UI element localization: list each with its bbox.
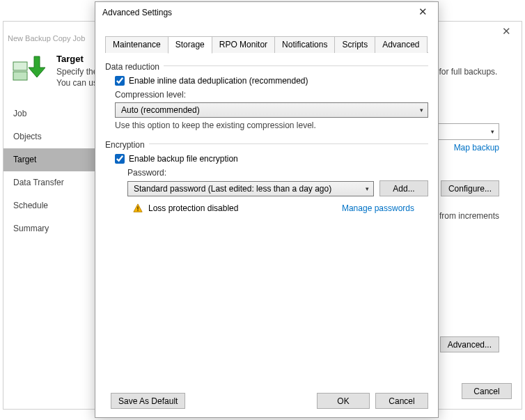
wizard-cancel-button[interactable]: Cancel <box>462 383 512 399</box>
chevron-down-icon: ▾ <box>361 182 373 196</box>
tab-notifications[interactable]: Notifications <box>274 36 335 53</box>
dedup-row[interactable]: Enable inline data deduplication (recomm… <box>115 76 428 86</box>
password-dropdown[interactable]: Standard password (Last edited: less tha… <box>127 181 374 196</box>
save-as-default-button[interactable]: Save As Default <box>111 393 185 409</box>
chevron-down-icon: ▾ <box>415 103 428 117</box>
configure-button[interactable]: Configure... <box>441 180 499 196</box>
wizard-step-title: Target <box>56 54 84 64</box>
svg-rect-2 <box>137 206 138 209</box>
dialog-titlebar: Advanced Settings <box>95 2 438 23</box>
wizard-step-summary[interactable]: Summary <box>3 217 105 240</box>
compression-value: Auto (recommended) <box>121 105 200 115</box>
svg-rect-3 <box>137 210 138 211</box>
dialog-title: Advanced Settings <box>102 8 172 17</box>
wizard-step-job[interactable]: Job <box>3 102 105 125</box>
wizard-step-target[interactable]: Target <box>3 148 105 171</box>
wizard-step-objects[interactable]: Objects <box>3 125 105 148</box>
tab-scripts[interactable]: Scripts <box>334 36 375 53</box>
wizard-step-schedule[interactable]: Schedule <box>3 194 105 217</box>
add-password-button[interactable]: Add... <box>379 180 428 196</box>
wizard-steps-nav: Job Objects Target Data Transfer Schedul… <box>3 102 105 375</box>
ok-button[interactable]: OK <box>317 393 370 409</box>
map-backup-link[interactable]: Map backup <box>454 143 499 153</box>
advanced-settings-dialog: Advanced Settings ✕ Maintenance Storage … <box>95 1 439 418</box>
tab-rpo-monitor[interactable]: RPO Monitor <box>212 36 275 53</box>
encryption-row[interactable]: Enable backup file encryption <box>115 154 428 164</box>
group-data-reduction: Data reduction <box>105 62 428 69</box>
dedup-label: Enable inline data deduplication (recomm… <box>129 76 308 86</box>
dialog-close-button[interactable]: ✕ <box>409 2 437 22</box>
tab-storage[interactable]: Storage <box>168 36 212 54</box>
encryption-checkbox[interactable] <box>115 154 125 164</box>
dialog-footer: Save As Default OK Cancel <box>105 393 428 409</box>
password-label: Password: <box>127 168 428 178</box>
compression-dropdown[interactable]: Auto (recommended) ▾ <box>115 102 428 118</box>
warning-icon <box>133 203 143 213</box>
dialog-body: Data reduction Enable inline data dedupl… <box>105 59 428 382</box>
compression-label: Compression level: <box>115 90 428 100</box>
encryption-label: Enable backup file encryption <box>129 154 238 164</box>
tab-maintenance[interactable]: Maintenance <box>105 36 169 53</box>
group-encryption: Encryption <box>105 140 428 147</box>
gfs-text-tail: t from increments <box>434 211 499 221</box>
tab-advanced[interactable]: Advanced <box>375 36 427 53</box>
dedup-checkbox[interactable] <box>115 76 125 86</box>
loss-protection-warning: Loss protection disabled <box>148 203 238 213</box>
target-icon <box>12 55 45 83</box>
password-value: Standard password (Last edited: less tha… <box>134 184 331 194</box>
repository-dropdown[interactable]: ▾ <box>434 123 499 140</box>
group-data-reduction-label: Data reduction <box>105 62 164 72</box>
svg-rect-1 <box>13 62 27 70</box>
svg-rect-0 <box>13 72 27 80</box>
chevron-down-icon: ▾ <box>486 124 499 139</box>
wizard-step-data-transfer[interactable]: Data Transfer <box>3 171 105 194</box>
manage-passwords-link[interactable]: Manage passwords <box>342 203 414 213</box>
cancel-button[interactable]: Cancel <box>375 393 428 409</box>
compression-hint: Use this option to keep the existing com… <box>115 120 428 130</box>
group-encryption-label: Encryption <box>105 140 149 150</box>
advanced-button[interactable]: Advanced... <box>440 336 499 352</box>
dialog-tabstrip: Maintenance Storage RPO Monitor Notifica… <box>105 36 428 53</box>
